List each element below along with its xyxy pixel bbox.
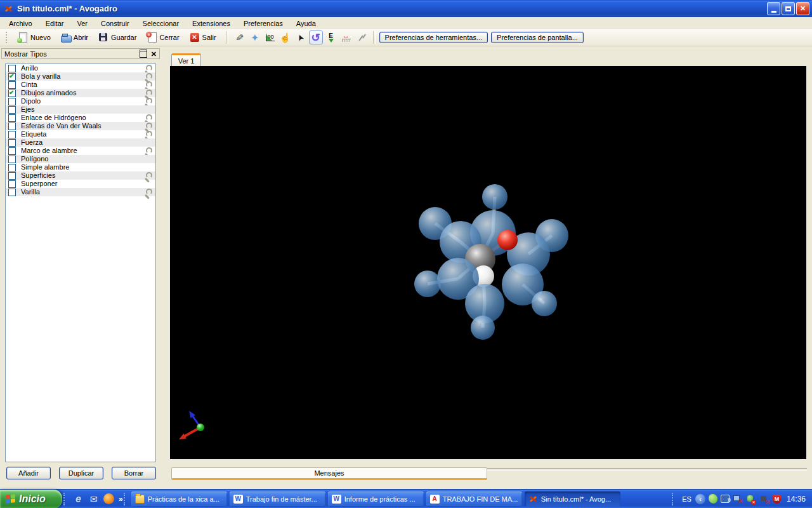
render-type-row[interactable]: Etiqueta	[6, 130, 155, 138]
volume-monitor-icon[interactable]	[721, 495, 730, 503]
menu-item[interactable]: Seleccionar	[137, 18, 185, 29]
measure-tool-icon[interactable]	[339, 30, 353, 44]
render-type-checkbox[interactable]	[8, 90, 16, 97]
render-type-checkbox[interactable]	[8, 131, 16, 138]
new-button[interactable]: Nuevo	[13, 30, 55, 44]
wrench-settings-icon[interactable]	[145, 131, 152, 138]
display-preferences-button[interactable]: Preferencias de pantalla...	[491, 32, 584, 43]
tasks-handle[interactable]	[124, 493, 128, 505]
task-folder[interactable]: Prácticas de la xica a...	[131, 491, 227, 507]
wrench-settings-icon[interactable]	[145, 114, 152, 121]
select-tool-icon[interactable]	[294, 30, 308, 44]
mail-icon[interactable]	[88, 493, 99, 504]
render-type-checkbox[interactable]	[8, 172, 16, 180]
render-type-checkbox[interactable]	[8, 147, 16, 155]
task-word-2[interactable]: Informe de prácticas ...	[328, 491, 424, 507]
messages-dock-tab[interactable]: Mensajes	[171, 467, 487, 480]
firefox-icon[interactable]	[103, 493, 114, 504]
menu-item[interactable]: Archivo	[3, 18, 38, 29]
menu-item[interactable]: Preferencias	[238, 18, 289, 29]
task-pdf[interactable]: TRABAJO FIN DE MA...	[426, 491, 522, 507]
render-type-row[interactable]: Superficies	[6, 171, 155, 180]
render-type-checkbox[interactable]	[8, 98, 16, 105]
render-type-checkbox[interactable]	[8, 189, 16, 196]
wrench-settings-icon[interactable]	[145, 123, 152, 130]
wrench-settings-icon[interactable]	[145, 98, 152, 105]
duplicate-button[interactable]: Duplicar	[59, 467, 103, 479]
render-type-row[interactable]: Simple alambre	[6, 163, 155, 171]
disabled-device-icon[interactable]	[759, 494, 769, 504]
render-type-row[interactable]: Cinta	[6, 81, 155, 89]
render-type-row[interactable]: Marco de alambre	[6, 147, 155, 155]
render-type-checkbox[interactable]	[8, 164, 16, 171]
network-offline-icon[interactable]	[733, 494, 743, 504]
rotate-tool-icon[interactable]	[309, 30, 323, 44]
add-button[interactable]: Añadir	[6, 467, 51, 479]
agent-blocked-icon[interactable]	[746, 494, 756, 504]
render-type-row[interactable]: Ejes	[6, 105, 155, 114]
task-avogadro[interactable]: Sin título.cml* - Avog...	[525, 491, 620, 507]
quicklaunch-handle[interactable]	[63, 493, 67, 505]
messenger-icon[interactable]	[709, 494, 717, 504]
render-type-row[interactable]: Polígono	[6, 155, 155, 163]
maximize-button[interactable]	[782, 2, 795, 15]
render-type-checkbox[interactable]	[8, 106, 16, 114]
delete-button[interactable]: Borrar	[112, 467, 156, 479]
render-type-checkbox[interactable]	[8, 180, 16, 188]
render-type-row[interactable]: Dipolo	[6, 97, 155, 105]
manipulate-tool-icon[interactable]	[278, 30, 292, 44]
open-button[interactable]: Abrir	[56, 30, 93, 44]
language-indicator[interactable]: ES	[682, 495, 691, 503]
render-type-checkbox[interactable]	[8, 139, 16, 147]
task-word-1[interactable]: Trabajo fin de máster...	[230, 491, 325, 507]
render-type-row[interactable]: Superponer	[6, 180, 155, 188]
start-button[interactable]: Inicio	[0, 490, 62, 508]
mcafee-shield-icon[interactable]	[773, 495, 781, 504]
render-type-row[interactable]: Varilla	[6, 188, 155, 196]
render-type-checkbox[interactable]	[8, 114, 16, 122]
minimize-button[interactable]	[767, 2, 780, 15]
menu-item[interactable]: Ayuda	[291, 18, 322, 29]
menu-item[interactable]: Editar	[40, 18, 70, 29]
wrench-settings-icon[interactable]	[145, 73, 152, 80]
quit-button[interactable]: Salir	[185, 30, 221, 44]
menu-item[interactable]: Construir	[95, 18, 135, 29]
render-type-row[interactable]: Dibujos animados	[6, 89, 155, 97]
wrench-settings-icon[interactable]	[145, 172, 152, 179]
render-type-row[interactable]: Anillo	[6, 64, 155, 72]
save-button[interactable]: Guardar	[94, 30, 141, 44]
file-toolbar: Nuevo Abrir Guardar Cerrar Salir	[13, 30, 222, 44]
dock-close-icon[interactable]: ✕	[151, 51, 157, 57]
render-type-row[interactable]: Fuerza	[6, 138, 155, 147]
view-tab[interactable]: Ver 1	[171, 53, 201, 66]
gl-viewport[interactable]	[170, 66, 806, 459]
wrench-settings-icon[interactable]	[145, 90, 152, 97]
wrench-settings-icon[interactable]	[145, 65, 152, 72]
wrench-settings-icon[interactable]	[145, 189, 152, 196]
close-button[interactable]: ✕	[796, 2, 809, 15]
render-type-checkbox[interactable]	[8, 65, 16, 72]
navigate-tool-icon[interactable]	[248, 30, 262, 44]
collapse-tray-icon[interactable]	[695, 494, 705, 504]
render-type-row[interactable]: Enlace de Hidrógeno	[6, 114, 155, 122]
angle-tool-icon[interactable]	[263, 30, 277, 44]
menu-item[interactable]: Ver	[71, 18, 93, 29]
render-type-checkbox[interactable]	[8, 73, 16, 81]
tool-preferences-button[interactable]: Preferencias de herramientas...	[379, 32, 488, 43]
close-file-button[interactable]: Cerrar	[142, 30, 183, 44]
render-type-row[interactable]: Esferas de Van der Waals	[6, 122, 155, 130]
wrench-settings-icon[interactable]	[145, 81, 152, 88]
render-type-checkbox[interactable]	[8, 123, 16, 130]
render-type-row[interactable]: Bola y varilla	[6, 72, 155, 81]
menu-item[interactable]: Extensiones	[187, 18, 236, 29]
autooptimize-tool-icon[interactable]	[324, 30, 338, 44]
render-type-checkbox[interactable]	[8, 81, 16, 89]
toolbar-handle[interactable]	[6, 32, 10, 43]
render-type-checkbox[interactable]	[8, 156, 16, 163]
quicklaunch-more-chevron[interactable]: »	[119, 495, 122, 504]
bondcentric-tool-icon[interactable]	[355, 30, 369, 44]
wrench-settings-icon[interactable]	[145, 147, 152, 154]
draw-tool-icon[interactable]	[233, 30, 247, 44]
internet-explorer-icon[interactable]	[73, 493, 84, 504]
dock-float-icon[interactable]	[140, 50, 147, 58]
